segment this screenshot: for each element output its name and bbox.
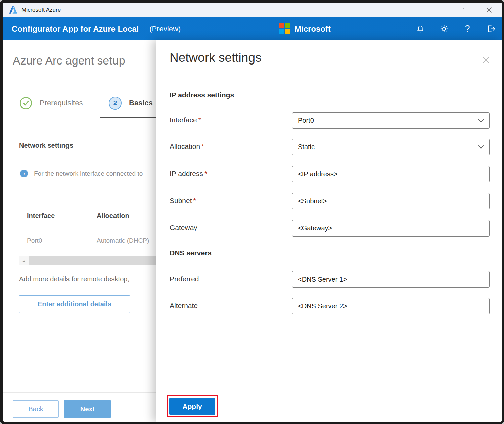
microsoft-brand: Microsoft [279,17,331,40]
subnet-label: Subnet [170,197,192,204]
sign-out-icon [487,24,496,33]
gateway-value: <Gateway> [298,224,332,232]
page-title: Azure Arc agent setup [13,54,125,67]
alternate-dns-value: <DNS Server 2> [298,302,347,310]
apply-button[interactable]: Apply [169,398,215,415]
header-actions: ? [416,17,496,40]
tab-basics[interactable]: 2 Basics [109,97,153,110]
help-icon: ? [465,24,470,34]
ip-address-value: <IP address> [298,170,338,178]
ip-address-label: IP address [170,170,203,177]
panel-title: Network settings [170,51,262,65]
interface-label: Interface [170,116,197,124]
back-button[interactable]: Back [13,400,59,418]
info-text: For the network interface connected to [34,170,143,177]
panel-close-button[interactable] [481,55,491,66]
footer-divider [3,392,156,393]
interface-value: Port0 [298,117,314,124]
add-details-text: Add more details for remote desktop, [19,275,129,283]
minimize-button[interactable] [430,6,439,14]
chevron-down-icon [478,119,484,122]
app-window: Microsoft Azure Configurator App for Azu… [3,3,502,422]
window-title: Microsoft Azure [21,7,61,13]
gear-icon [440,24,449,33]
interface-dropdown[interactable]: Port0 [292,112,490,129]
step-complete-icon [19,97,32,110]
title-bar: Microsoft Azure [3,3,502,17]
subnet-value: <Subnet> [298,197,327,205]
preferred-dns-value: <DNS Server 1> [298,275,347,283]
close-icon [482,56,490,65]
step-number-badge: 2 [109,97,122,110]
help-button[interactable]: ? [463,24,472,34]
info-message: i For the network interface connected to [20,170,154,177]
required-asterisk: * [198,116,201,124]
field-interface: Interface* Port0 [170,112,490,129]
app-title: Configurator App for Azure Local [12,24,139,34]
dns-servers-heading: DNS servers [170,249,212,257]
gateway-input[interactable]: <Gateway> [292,220,490,237]
main-area: Azure Arc agent setup Prerequisites 2 Ba… [3,40,502,422]
app-header: Configurator App for Azure Local (Previe… [3,17,502,40]
info-icon: i [20,170,28,177]
settings-button[interactable] [439,24,449,34]
bell-icon [416,25,425,33]
sign-out-button[interactable] [486,24,496,34]
preview-badge: (Preview) [149,25,181,33]
table-cell-interface: Port0 [27,237,42,244]
subnet-input[interactable]: <Subnet> [292,193,490,209]
field-allocation: Allocation* Static [170,139,490,155]
field-subnet: Subnet* <Subnet> [170,193,490,209]
field-preferred-dns: Preferred <DNS Server 1> [170,271,490,288]
horizontal-scrollbar[interactable]: ◂ [19,256,156,265]
table-cell-allocation: Automatic (DHCP) [97,237,149,244]
microsoft-wordmark: Microsoft [294,24,331,34]
alternate-dns-label: Alternate [170,302,198,309]
field-alternate-dns: Alternate <DNS Server 2> [170,298,490,314]
allocation-value: Static [298,143,315,151]
table-divider [19,227,156,227]
required-asterisk: * [201,142,204,150]
network-settings-panel: Network settings IP address settings Int… [156,40,502,422]
required-asterisk: * [204,170,207,177]
ip-address-input[interactable]: <IP address> [292,166,490,182]
table-header-allocation: Allocation [97,212,129,220]
allocation-label: Allocation [170,142,200,150]
ip-address-settings-heading: IP address settings [170,91,234,99]
preferred-dns-input[interactable]: <DNS Server 1> [292,271,490,288]
network-settings-heading: Network settings [19,142,73,150]
preferred-dns-label: Preferred [170,275,199,283]
close-icon [487,7,492,13]
screen: Microsoft Azure Configurator App for Azu… [0,0,504,424]
close-window-button[interactable] [485,6,494,14]
app-header-titles: Configurator App for Azure Local (Previe… [12,17,181,40]
active-tab-underline [100,117,156,118]
scroll-left-icon: ◂ [22,258,25,264]
azure-logo-icon [9,6,17,14]
notifications-button[interactable] [416,24,425,34]
gateway-label: Gateway [170,224,197,231]
window-frame: Microsoft Azure Configurator App for Azu… [0,0,504,424]
window-controls [430,3,494,17]
tab-prerequisites-label: Prerequisites [40,99,83,108]
enter-additional-details-button[interactable]: Enter additional details [19,295,130,313]
field-gateway: Gateway <Gateway> [170,220,490,237]
tab-prerequisites[interactable]: Prerequisites [19,97,83,110]
next-button[interactable]: Next [64,400,111,418]
alternate-dns-input[interactable]: <DNS Server 2> [292,298,490,314]
table-header-interface: Interface [27,212,55,220]
required-asterisk: * [193,197,196,204]
field-ip-address: IP address* <IP address> [170,166,490,182]
allocation-dropdown[interactable]: Static [292,139,490,155]
scrollbar-thumb[interactable] [29,256,156,265]
microsoft-logo-icon [279,23,290,34]
maximize-button[interactable] [457,6,466,14]
scroll-left-button[interactable]: ◂ [19,256,29,265]
tab-basics-label: Basics [129,99,153,108]
arc-agent-setup-page: Azure Arc agent setup Prerequisites 2 Ba… [3,40,156,422]
chevron-down-icon [478,145,484,149]
